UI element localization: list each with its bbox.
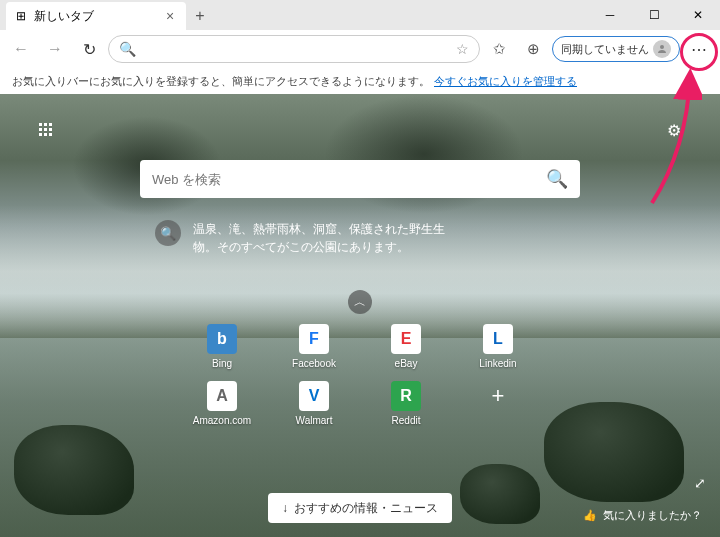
close-window-button[interactable]: ✕ (676, 0, 720, 30)
quick-links-grid: bBingFFacebookEeBayLLinkedinAAmazon.comV… (178, 320, 542, 430)
add-quick-link[interactable]: + (479, 377, 517, 430)
new-tab-button[interactable]: + (186, 2, 214, 30)
news-label: おすすめの情報・ニュース (294, 500, 438, 517)
svg-rect-8 (44, 133, 47, 136)
tile-icon: b (207, 324, 237, 354)
minimize-button[interactable]: ─ (588, 0, 632, 30)
favorites-icon[interactable]: ✩ (484, 34, 514, 64)
quick-link-linkedin[interactable]: LLinkedin (475, 320, 520, 373)
web-search-box[interactable]: 🔍 (140, 160, 580, 198)
tile-label: Walmart (296, 415, 333, 426)
maximize-button[interactable]: ☐ (632, 0, 676, 30)
svg-point-0 (660, 45, 664, 49)
favorites-bar-hint: お気に入りバーにお気に入りを登録すると、簡単にアクセスできるようになります。 今… (0, 68, 720, 94)
quick-link-walmart[interactable]: VWalmart (292, 377, 337, 430)
quick-link-reddit[interactable]: RReddit (387, 377, 425, 430)
tile-icon: L (483, 324, 513, 354)
tile-label: Facebook (292, 358, 336, 369)
back-button[interactable]: ← (6, 34, 36, 64)
promo-text: 温泉、滝、熱帯雨林、洞窟、保護された野生生物。そのすべてがこの公園にあります。 (193, 220, 455, 256)
search-input[interactable] (152, 172, 546, 187)
plus-icon: + (483, 381, 513, 411)
quick-link-amazon.com[interactable]: AAmazon.com (189, 377, 255, 430)
collections-icon[interactable]: ⊕ (518, 34, 548, 64)
manage-favorites-link[interactable]: 今すぐお気に入りを管理する (434, 74, 577, 89)
tile-label: Amazon.com (193, 415, 251, 426)
expand-icon[interactable]: ⤢ (694, 475, 706, 491)
promo-block: 🔍 温泉、滝、熱帯雨林、洞窟、保護された野生生物。そのすべてがこの公園にあります… (155, 220, 455, 256)
gear-icon[interactable]: ⚙ (660, 116, 688, 144)
like-label: 気に入りましたか？ (603, 508, 702, 523)
promo-search-icon[interactable]: 🔍 (155, 220, 181, 246)
tile-icon: E (391, 324, 421, 354)
search-submit-icon[interactable]: 🔍 (546, 168, 568, 190)
sync-status-button[interactable]: 同期していません (552, 36, 680, 62)
tile-icon: A (207, 381, 237, 411)
svg-rect-7 (39, 133, 42, 136)
svg-rect-9 (49, 133, 52, 136)
sync-label: 同期していません (561, 42, 649, 57)
svg-rect-3 (49, 123, 52, 126)
refresh-button[interactable]: ↻ (74, 34, 104, 64)
star-icon[interactable]: ☆ (456, 41, 469, 57)
svg-rect-6 (49, 128, 52, 131)
forward-button[interactable]: → (40, 34, 70, 64)
quick-link-bing[interactable]: bBing (203, 320, 241, 373)
like-prompt[interactable]: 👍 気に入りましたか？ (583, 508, 702, 523)
tile-label: Reddit (392, 415, 421, 426)
tile-icon: F (299, 324, 329, 354)
tile-label: Bing (212, 358, 232, 369)
tile-icon: R (391, 381, 421, 411)
news-toggle-button[interactable]: ↓ おすすめの情報・ニュース (268, 493, 452, 523)
search-icon: 🔍 (119, 41, 136, 57)
chevron-up-icon[interactable]: ︿ (348, 290, 372, 314)
quick-link-facebook[interactable]: FFacebook (288, 320, 340, 373)
new-tab-content: ⚙ 🔍 🔍 温泉、滝、熱帯雨林、洞窟、保護された野生生物。そのすべてがこの公園に… (0, 94, 720, 537)
avatar-icon (653, 40, 671, 58)
tile-label: Linkedin (479, 358, 516, 369)
app-grid-icon[interactable] (32, 116, 60, 144)
tab-page-icon: ⊞ (14, 9, 28, 23)
titlebar: ⊞ 新しいタブ × + ─ ☐ ✕ (0, 0, 720, 30)
chevron-down-icon: ↓ (282, 501, 288, 515)
svg-rect-1 (39, 123, 42, 126)
tab-title: 新しいタブ (34, 8, 94, 25)
fav-hint-text: お気に入りバーにお気に入りを登録すると、簡単にアクセスできるようになります。 (12, 74, 430, 89)
address-bar[interactable]: 🔍 ☆ (108, 35, 480, 63)
svg-rect-4 (39, 128, 42, 131)
quick-link-ebay[interactable]: EeBay (387, 320, 425, 373)
tile-icon: V (299, 381, 329, 411)
browser-tab[interactable]: ⊞ 新しいタブ × (6, 2, 186, 30)
svg-rect-2 (44, 123, 47, 126)
like-icon: 👍 (583, 509, 597, 522)
window-controls: ─ ☐ ✕ (588, 0, 720, 30)
svg-rect-5 (44, 128, 47, 131)
toolbar: ← → ↻ 🔍 ☆ ✩ ⊕ 同期していません ⋯ (0, 30, 720, 68)
tile-label: eBay (395, 358, 418, 369)
close-tab-icon[interactable]: × (162, 8, 178, 24)
more-button[interactable]: ⋯ (684, 34, 714, 64)
